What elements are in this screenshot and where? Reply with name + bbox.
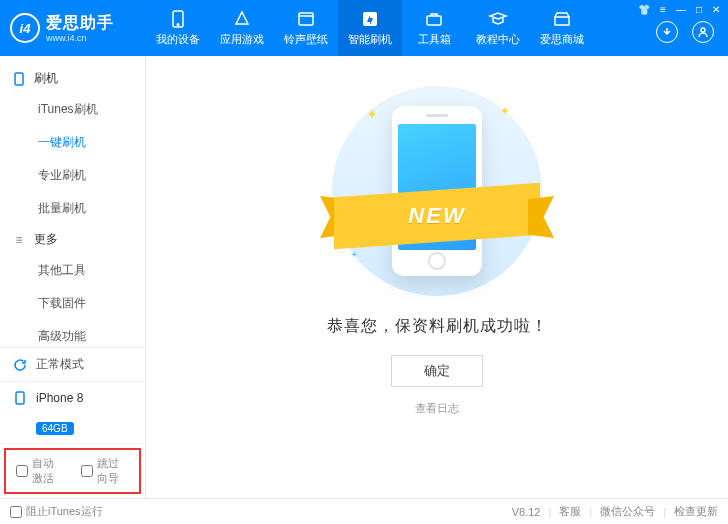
window-controls: 👕 ≡ — □ ✕ [638, 4, 720, 15]
sidebar-item-other-tools[interactable]: 其他工具 [0, 254, 145, 287]
version-label: V8.12 [512, 506, 541, 518]
svg-rect-2 [299, 13, 313, 25]
checkbox-label: 自动激活 [32, 456, 65, 486]
sidebar-group-more[interactable]: ≡ 更多 [0, 225, 145, 254]
nav-tutorial[interactable]: 教程中心 [466, 0, 530, 56]
sidebar-item-onekey-flash[interactable]: 一键刷机 [0, 126, 145, 159]
skip-setup-checkbox[interactable]: 跳过向导 [81, 456, 130, 486]
checkbox-label: 阻止iTunes运行 [26, 504, 103, 519]
main-content: ✦ ✦ ✦ ✦ NEW 恭喜您，保资料刷机成功啦！ 确定 查看日志 [146, 56, 728, 498]
device-icon [168, 10, 188, 28]
download-button[interactable] [656, 21, 678, 43]
view-log-link[interactable]: 查看日志 [415, 401, 459, 416]
device-storage-badge: 64GB [36, 422, 74, 435]
highlighted-options: 自动激活 跳过向导 [4, 448, 141, 494]
nav-my-device[interactable]: 我的设备 [146, 0, 210, 56]
nav-ringtone[interactable]: 铃声壁纸 [274, 0, 338, 56]
svg-point-5 [701, 28, 705, 32]
device-row[interactable]: iPhone 8 64GB [0, 382, 145, 444]
sparkle-icon: ✦ [500, 104, 510, 118]
device-mode-label: 正常模式 [36, 356, 84, 373]
skip-setup-input[interactable] [81, 465, 93, 477]
apps-icon [232, 10, 252, 28]
sidebar-item-batch-flash[interactable]: 批量刷机 [0, 192, 145, 225]
sidebar-item-download-firmware[interactable]: 下载固件 [0, 287, 145, 320]
app-header: i4 爱思助手 www.i4.cn 我的设备 应用游戏 铃声壁纸 智能刷机 工具… [0, 0, 728, 56]
nav-label: 智能刷机 [348, 32, 392, 47]
svg-rect-6 [15, 73, 23, 85]
sparkle-icon: ✦ [350, 249, 358, 260]
nav-label: 铃声壁纸 [284, 32, 328, 47]
auto-activate-input[interactable] [16, 465, 28, 477]
device-small-icon [12, 390, 28, 406]
nav-flash[interactable]: 智能刷机 [338, 0, 402, 56]
brand-url: www.i4.cn [46, 34, 114, 43]
sidebar-group-title: 刷机 [34, 70, 58, 87]
success-illustration: ✦ ✦ ✦ ✦ NEW [332, 86, 542, 296]
brand-mark-icon: i4 [10, 13, 40, 43]
block-itunes-checkbox[interactable]: 阻止iTunes运行 [10, 504, 103, 519]
sidebar-item-pro-flash[interactable]: 专业刷机 [0, 159, 145, 192]
nav-label: 爱思商城 [540, 32, 584, 47]
menu-icon[interactable]: ≡ [660, 4, 666, 15]
sidebar-item-advanced[interactable]: 高级功能 [0, 320, 145, 347]
flash-icon [360, 10, 380, 28]
nav-label: 应用游戏 [220, 32, 264, 47]
svg-rect-7 [16, 392, 24, 404]
minimize-icon[interactable]: — [676, 4, 686, 15]
success-message: 恭喜您，保资料刷机成功啦！ [327, 316, 548, 337]
sidebar-group-title: 更多 [34, 231, 58, 248]
skin-icon[interactable]: 👕 [638, 4, 650, 15]
wechat-link[interactable]: 微信公众号 [600, 504, 655, 519]
close-icon[interactable]: ✕ [712, 4, 720, 15]
header-tools: 👕 ≡ — □ ✕ [638, 0, 728, 56]
checkbox-label: 跳过向导 [97, 456, 130, 486]
sparkle-icon: ✦ [366, 106, 378, 122]
check-update-link[interactable]: 检查更新 [674, 504, 718, 519]
toolbox-icon [424, 10, 444, 28]
brand-name: 爱思助手 [46, 13, 114, 34]
more-icon: ≡ [12, 233, 26, 247]
support-link[interactable]: 客服 [559, 504, 581, 519]
refresh-icon [12, 357, 28, 373]
tutorial-icon [488, 10, 508, 28]
nav-toolbox[interactable]: 工具箱 [402, 0, 466, 56]
ok-button[interactable]: 确定 [391, 355, 483, 387]
nav-label: 我的设备 [156, 32, 200, 47]
svg-rect-4 [427, 16, 441, 25]
sidebar: 刷机 iTunes刷机 一键刷机 专业刷机 批量刷机 ≡ 更多 其他工具 下载固… [0, 56, 146, 498]
maximize-icon[interactable]: □ [696, 4, 702, 15]
svg-point-1 [177, 23, 179, 25]
nav-label: 教程中心 [476, 32, 520, 47]
status-bar: 阻止iTunes运行 V8.12 | 客服 | 微信公众号 | 检查更新 [0, 498, 728, 524]
ribbon-text: NEW [408, 203, 465, 229]
store-icon [552, 10, 572, 28]
device-mode-row[interactable]: 正常模式 [0, 348, 145, 382]
nav-apps[interactable]: 应用游戏 [210, 0, 274, 56]
device-name: iPhone 8 [36, 391, 83, 405]
block-itunes-input[interactable] [10, 506, 22, 518]
new-ribbon: NEW [320, 190, 554, 242]
media-icon [296, 10, 316, 28]
account-button[interactable] [692, 21, 714, 43]
sidebar-group-flash[interactable]: 刷机 [0, 64, 145, 93]
brand-logo: i4 爱思助手 www.i4.cn [0, 0, 146, 56]
phone-icon [12, 72, 26, 86]
auto-activate-checkbox[interactable]: 自动激活 [16, 456, 65, 486]
sidebar-item-itunes-flash[interactable]: iTunes刷机 [0, 93, 145, 126]
nav-store[interactable]: 爱思商城 [530, 0, 594, 56]
top-nav: 我的设备 应用游戏 铃声壁纸 智能刷机 工具箱 教程中心 爱思商城 [146, 0, 594, 56]
nav-label: 工具箱 [418, 32, 451, 47]
